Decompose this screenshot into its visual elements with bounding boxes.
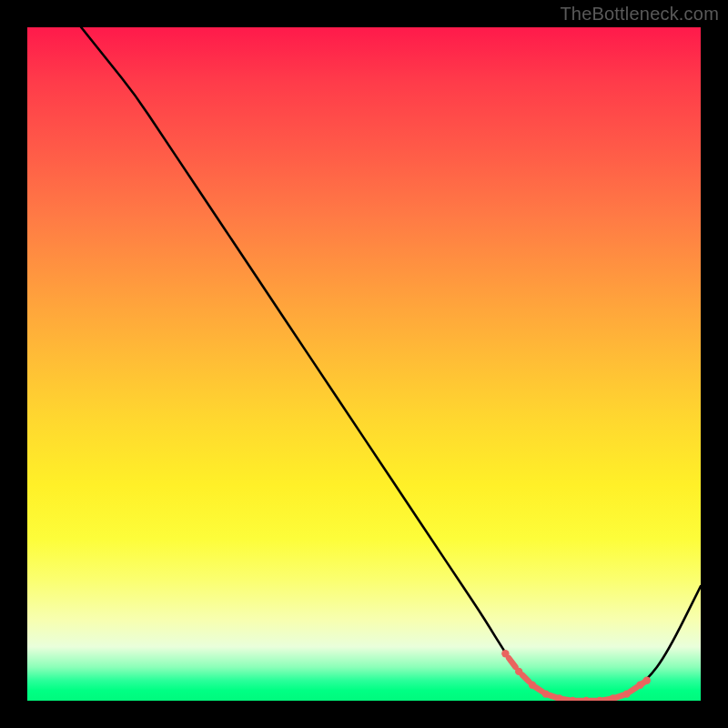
bottleneck-curve [27,27,701,701]
curve-path [81,27,701,701]
optimal-range-highlight [501,650,651,701]
plot-area [27,27,701,701]
chart-frame: TheBottleneck.com [0,0,728,728]
attribution-text: TheBottleneck.com [560,4,719,25]
svg-point-11 [643,677,651,684]
